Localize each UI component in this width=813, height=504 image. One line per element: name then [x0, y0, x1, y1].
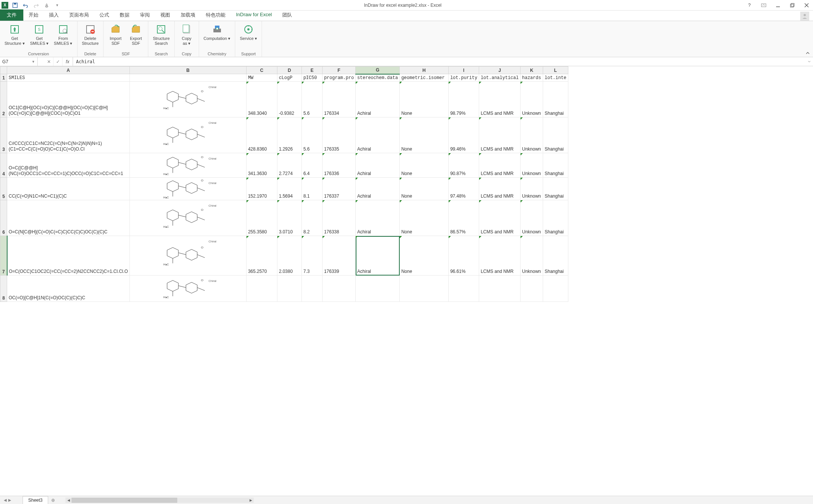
cell[interactable]: OC(=O)[C@H]1N(C(=O)OC(C)(C)C)C — [7, 276, 130, 302]
touch-mode-icon[interactable] — [43, 2, 50, 9]
cell[interactable]: Unknown — [520, 178, 543, 200]
column-header[interactable]: K — [520, 67, 543, 74]
cell[interactable]: 341.3630 — [246, 153, 277, 178]
hscroll-left-icon[interactable]: ◀ — [65, 498, 72, 503]
column-header[interactable]: A — [7, 67, 130, 74]
cell[interactable]: lot.inte — [543, 74, 568, 82]
cell[interactable]: stereochem.data — [356, 74, 400, 82]
cell[interactable]: 176336 — [322, 153, 355, 178]
column-header[interactable]: D — [277, 67, 301, 74]
ribbon-tab[interactable]: 审阅 — [135, 9, 155, 21]
cell[interactable] — [520, 276, 543, 302]
formula-expand-icon[interactable] — [805, 57, 813, 66]
cell[interactable]: 348.3040 — [246, 82, 277, 117]
cell[interactable]: 3.0710 — [277, 200, 301, 236]
formula-input[interactable]: Achiral — [73, 57, 805, 66]
column-header[interactable]: H — [400, 67, 449, 74]
ribbon-collapse-icon[interactable] — [805, 51, 810, 55]
cell[interactable]: ChiralH₃CO — [129, 178, 246, 200]
cell[interactable]: 176335 — [322, 117, 355, 153]
ribbon-button[interactable]: From SMILES ▾ — [52, 23, 74, 51]
cell[interactable]: Achiral — [356, 178, 400, 200]
cell[interactable] — [479, 276, 521, 302]
cell[interactable]: 176339 — [322, 236, 355, 276]
cell[interactable]: 8.2 — [301, 200, 322, 236]
cell[interactable]: Achiral — [356, 236, 400, 276]
column-header[interactable]: F — [322, 67, 355, 74]
cell[interactable]: None — [400, 82, 449, 117]
cell[interactable] — [322, 276, 355, 302]
column-header[interactable]: I — [449, 67, 479, 74]
name-box[interactable]: G7 ▼ — [0, 57, 38, 66]
cell[interactable]: ChiralH₃CO — [129, 117, 246, 153]
cell[interactable]: Achiral — [356, 117, 400, 153]
column-header[interactable]: C — [246, 67, 277, 74]
column-header[interactable]: J — [479, 67, 521, 74]
cell[interactable]: 1.2926 — [277, 117, 301, 153]
cell[interactable]: 7.3 — [301, 236, 322, 276]
cell[interactable]: cLogP — [277, 74, 301, 82]
cell[interactable]: Unknown — [520, 236, 543, 276]
cell[interactable]: Unknown — [520, 82, 543, 117]
cell[interactable]: None — [400, 153, 449, 178]
hscroll-track[interactable] — [72, 498, 248, 503]
ribbon-button[interactable]: Structure Search — [151, 23, 171, 51]
cell[interactable] — [400, 276, 449, 302]
hscroll-thumb[interactable] — [72, 498, 177, 503]
ribbon-tab[interactable]: 加载项 — [175, 9, 201, 21]
cell[interactable]: None — [400, 178, 449, 200]
horizontal-scrollbar[interactable]: ◀ ▶ — [65, 498, 254, 503]
cell[interactable]: 5.6 — [301, 82, 322, 117]
ribbon-tab[interactable]: 插入 — [44, 9, 64, 21]
cell[interactable]: hazards — [520, 74, 543, 82]
column-header[interactable]: E — [301, 67, 322, 74]
cell[interactable] — [301, 276, 322, 302]
cell[interactable]: 2.0380 — [277, 236, 301, 276]
cell[interactable]: Shanghai — [543, 236, 568, 276]
ribbon-tab[interactable]: 团队 — [277, 9, 297, 21]
cell[interactable]: ChiralH₃CO — [129, 276, 246, 302]
cell[interactable]: Shanghai — [543, 82, 568, 117]
cell[interactable] — [129, 74, 246, 82]
ribbon-button[interactable]: Copy as ▾ — [178, 23, 196, 51]
cell[interactable]: 255.3580 — [246, 200, 277, 236]
ribbon-tab[interactable]: 开始 — [23, 9, 44, 21]
cell[interactable]: Shanghai — [543, 200, 568, 236]
cell[interactable]: O=C(OCC)C1OC2C(=CC(=CC=2)N2CCNCC2)C=1.Cl… — [7, 236, 130, 276]
cell[interactable]: O=C([C@@H](NC(=O)OCC1C=CC=CC=1)C)OCC(=O)… — [7, 153, 130, 178]
cell[interactable]: LCMS and NMR — [479, 82, 521, 117]
cell[interactable]: Achiral — [356, 200, 400, 236]
cell[interactable]: LCMS and NMR — [479, 153, 521, 178]
cell[interactable]: 152.1970 — [246, 178, 277, 200]
sheet-tab[interactable]: Sheet3 — [23, 496, 48, 504]
cell[interactable]: Achiral — [356, 82, 400, 117]
hscroll-right-icon[interactable]: ▶ — [248, 498, 254, 503]
cell[interactable] — [246, 276, 277, 302]
column-header[interactable]: L — [543, 67, 568, 74]
select-all-corner[interactable] — [0, 67, 7, 74]
sheet-nav-next-icon[interactable]: ▶ — [8, 498, 11, 502]
cell[interactable] — [449, 276, 479, 302]
grid-scroll[interactable]: ABCDEFGHIJKL 1 SMILESMWcLogPpIC50program… — [0, 66, 813, 496]
row-header[interactable]: 4 — [0, 153, 7, 178]
cell[interactable]: 8.1 — [301, 178, 322, 200]
cell[interactable]: Unknown — [520, 117, 543, 153]
cell[interactable]: Shanghai — [543, 153, 568, 178]
cell[interactable]: 98.79% — [449, 82, 479, 117]
ribbon-tab[interactable]: 特色功能 — [201, 9, 231, 21]
row-header[interactable]: 2 — [0, 82, 7, 117]
cell[interactable] — [543, 276, 568, 302]
ribbon-button[interactable]: Service ▾ — [238, 23, 259, 51]
cell[interactable]: None — [400, 236, 449, 276]
undo-icon[interactable] — [22, 2, 29, 9]
ribbon-tab[interactable]: 公式 — [94, 9, 114, 21]
qat-customize-icon[interactable]: ▼ — [53, 2, 61, 9]
ribbon-tab[interactable]: 数据 — [114, 9, 135, 21]
cell[interactable]: 176334 — [322, 82, 355, 117]
ribbon-button[interactable]: Get Structure ▾ — [3, 23, 26, 51]
cell[interactable]: O=C(N[C@H](C(=O)C(=C)C)CC(C)C)OC(C)(C)C — [7, 200, 130, 236]
cell[interactable]: 1.5694 — [277, 178, 301, 200]
cell[interactable]: -0.9382 — [277, 82, 301, 117]
user-avatar[interactable] — [800, 12, 809, 21]
maximize-icon[interactable] — [787, 2, 797, 9]
